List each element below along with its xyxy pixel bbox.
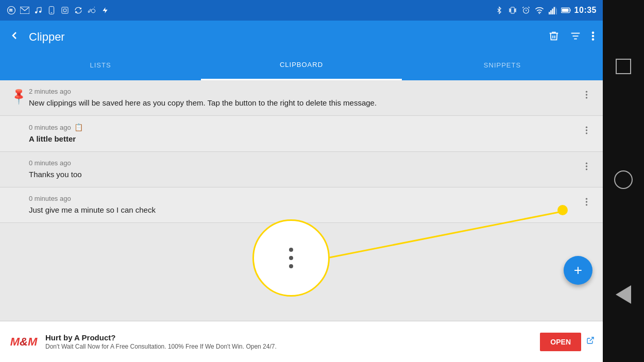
app-bar-actions xyxy=(548,30,595,45)
callout-circle xyxy=(252,219,330,297)
item-time: 2 minutes ago xyxy=(29,88,578,95)
svg-point-36 xyxy=(585,129,587,131)
tab-snippets[interactable]: SNIPPETS xyxy=(402,54,603,80)
spotify-icon xyxy=(6,5,16,15)
status-time: 10:35 xyxy=(574,6,597,15)
svg-marker-22 xyxy=(555,6,556,14)
svg-point-31 xyxy=(592,38,595,41)
item-menu-button-2[interactable] xyxy=(578,159,595,171)
callout-dots xyxy=(289,248,293,268)
item-body: 0 minutes ago Thanks you too xyxy=(29,159,578,180)
back-button[interactable] xyxy=(8,29,21,45)
callout-dot xyxy=(289,264,293,268)
svg-point-38 xyxy=(585,163,587,164)
svg-point-37 xyxy=(585,132,587,134)
delete-button[interactable] xyxy=(548,30,560,45)
svg-point-17 xyxy=(539,13,539,14)
callout-dot xyxy=(289,256,293,260)
music-icon xyxy=(33,5,43,15)
pin-icon-container: 📌 xyxy=(8,88,29,103)
ad-subtitle: Don't Wait Call Now for A Free Consultat… xyxy=(45,343,540,350)
svg-rect-18 xyxy=(549,12,550,14)
svg-point-30 xyxy=(592,35,595,37)
item-body: 2 minutes ago New clippings will be save… xyxy=(29,88,578,108)
item-time: 0 minutes ago 📋 xyxy=(29,123,578,131)
filter-button[interactable] xyxy=(570,30,581,44)
app-bar: Clipper xyxy=(0,21,603,54)
more-options-button[interactable] xyxy=(591,30,595,44)
svg-point-32 xyxy=(585,91,587,93)
svg-point-2 xyxy=(35,11,37,13)
app-title: Clipper xyxy=(29,30,548,44)
tab-lists[interactable]: LISTS xyxy=(0,54,201,80)
svg-point-43 xyxy=(585,204,587,205)
svg-rect-9 xyxy=(511,7,514,13)
list-item[interactable]: 0 minutes ago 📋 A little better xyxy=(0,116,603,152)
tab-bar: LISTS CLIPBOARD SNIPPETS xyxy=(0,54,603,80)
key-icon xyxy=(87,5,97,15)
ad-banner: M&M Hurt by A Product? Don't Wait Call N… xyxy=(0,321,603,362)
fab-button[interactable]: + xyxy=(564,256,592,285)
list-item[interactable]: 📌 2 minutes ago New clippings will be sa… xyxy=(0,80,603,116)
pin-icon: 📌 xyxy=(9,87,28,106)
content-area: 📌 2 minutes ago New clippings will be sa… xyxy=(0,80,603,321)
callout-dot xyxy=(289,248,293,252)
wifi-icon xyxy=(534,5,545,15)
svg-point-39 xyxy=(585,165,587,167)
svg-rect-7 xyxy=(63,9,66,11)
spacer xyxy=(8,123,29,125)
svg-point-34 xyxy=(585,97,587,98)
svg-point-29 xyxy=(592,31,595,34)
svg-rect-19 xyxy=(550,10,551,14)
clipboard-icon: 📋 xyxy=(74,123,83,131)
signal-icon xyxy=(548,5,558,15)
ad-open-button[interactable]: OPEN xyxy=(540,333,581,351)
ad-title: Hurt by A Product? xyxy=(45,333,540,342)
svg-marker-8 xyxy=(103,7,107,13)
nav-circle-button[interactable] xyxy=(614,170,633,189)
tab-clipboard[interactable]: CLIPBOARD xyxy=(201,54,402,80)
list-item[interactable]: 0 minutes ago Thanks you too xyxy=(0,152,603,187)
item-menu-button-1[interactable] xyxy=(578,123,595,135)
spacer xyxy=(8,159,29,161)
svg-rect-6 xyxy=(62,7,68,13)
item-text: New clippings will be saved here as you … xyxy=(29,97,578,108)
bluetooth-icon xyxy=(494,5,504,15)
sync-icon xyxy=(73,5,83,15)
svg-point-42 xyxy=(585,201,587,202)
item-menu-button-3[interactable] xyxy=(578,195,595,207)
item-body: 0 minutes ago 📋 A little better xyxy=(29,123,578,144)
item-text-bold: A little better xyxy=(29,133,578,144)
item-body: 0 minutes ago Just give me a minute so I… xyxy=(29,195,578,215)
nav-square-button[interactable] xyxy=(616,59,631,74)
item-time: 0 minutes ago xyxy=(29,195,578,202)
svg-point-40 xyxy=(585,168,587,170)
flash-icon xyxy=(100,5,110,15)
spacer xyxy=(8,195,29,197)
item-text: Thanks you too xyxy=(29,169,578,180)
svg-line-46 xyxy=(590,337,594,341)
svg-rect-21 xyxy=(553,7,554,14)
side-panel xyxy=(603,0,644,362)
ad-external-icon xyxy=(586,336,595,347)
svg-rect-24 xyxy=(562,9,568,12)
svg-point-35 xyxy=(585,127,587,128)
item-menu-button-0[interactable] xyxy=(578,88,595,100)
battery-icon xyxy=(561,5,571,15)
phone-icon xyxy=(46,5,57,15)
item-text: Just give me a minute so I can check xyxy=(29,204,578,215)
alarm-icon xyxy=(521,5,531,15)
status-bar: 10:35 xyxy=(0,0,603,21)
vibrate-icon xyxy=(507,5,518,15)
nav-back-button[interactable] xyxy=(616,285,631,304)
sim-icon xyxy=(60,5,70,15)
svg-rect-20 xyxy=(552,9,553,14)
gmail-icon xyxy=(20,5,30,15)
svg-point-3 xyxy=(39,11,41,13)
svg-point-33 xyxy=(585,94,587,95)
svg-point-41 xyxy=(585,198,587,200)
list-item[interactable]: 0 minutes ago Just give me a minute so I… xyxy=(0,187,603,223)
status-icons-left xyxy=(6,5,110,15)
ad-logo: M&M xyxy=(8,329,39,355)
item-time: 0 minutes ago xyxy=(29,159,578,167)
